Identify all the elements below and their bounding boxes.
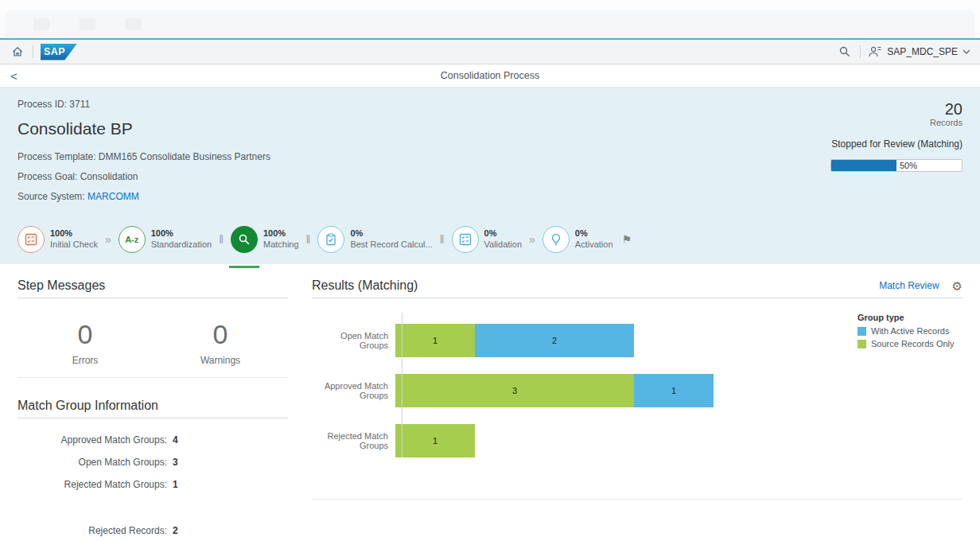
chart-bar-segment[interactable]: 2 [475,324,634,357]
source-system-link[interactable]: MARCOMM [88,191,139,202]
browser-control-button[interactable] [80,18,95,30]
status-text: Stopped for Review (Matching) [830,138,962,150]
divider [860,45,861,58]
errors-kpi: 0 Errors [18,319,153,366]
chart-bar-segment[interactable]: 1 [395,424,475,457]
step-percent: 100% [151,228,212,239]
left-column: Step Messages 0 Errors 0 Warnings Match … [18,278,288,541]
warnings-count: 0 [153,319,288,350]
chart-bar-stack: 1 [395,424,475,457]
approved-match-groups-row: Approved Match Groups: 4 [18,434,288,446]
gear-icon[interactable]: ⚙ [952,280,962,292]
step-percent: 0% [484,228,523,239]
results-header: Results (Matching) Match Review ⚙ [312,278,962,298]
source-system-line: Source System: MARCOMM [18,191,962,202]
step-activation[interactable]: 0%Activation [542,226,613,253]
magnifier-icon [231,226,258,253]
row-value: 1 [173,479,178,490]
step-separator-icon: » [529,233,535,246]
row-value: 3 [173,457,178,468]
page-title: Consolidation Process [0,70,980,81]
step-percent: 100% [50,228,98,239]
step-percent: 0% [350,228,432,239]
results-title: Results (Matching) [312,278,418,293]
step-label: Standardization [151,239,212,251]
match-review-link[interactable]: Match Review [879,280,939,291]
step-label: Validation [484,239,523,251]
main-content: Step Messages 0 Errors 0 Warnings Match … [0,264,980,541]
row-value: 2 [173,525,178,536]
legend-item[interactable]: Source Records Only [858,339,962,348]
records-count: 20 [830,100,962,118]
rejected-match-groups-row: Rejected Match Groups: 1 [18,479,288,490]
results-section: Results (Matching) Match Review ⚙ Open M… [312,278,962,541]
step-best-record-calculation[interactable]: 0%Best Record Calcul... [317,226,432,253]
step-separator-icon: ‖ [219,233,224,246]
home-icon [11,45,24,58]
progress-percent: 50% [896,160,917,171]
chart-legend: Group type With Active RecordsSource Rec… [858,313,962,352]
process-flow: 100%Initial Check » A-z 100%Standardizat… [18,226,962,253]
search-button[interactable] [837,44,853,60]
source-system-label: Source System: [18,191,85,202]
process-template: Process Template: DMM165 Consolidate Bus… [18,151,962,162]
step-separator-icon: ‖ [306,233,311,246]
chart-axis-line [402,313,402,457]
chart-row: Approved Match Groups31 [312,374,962,407]
step-label: Best Record Calcul... [350,239,432,251]
step-label: Activation [575,239,613,251]
search-icon [838,45,851,58]
legend-swatch [858,340,866,348]
warnings-kpi: 0 Warnings [153,319,288,366]
chart-bar-stack: 12 [395,324,634,357]
chart-bar-segment[interactable]: 1 [634,374,714,407]
lightbulb-icon [542,226,570,253]
step-matching[interactable]: 100%Matching [231,226,299,253]
errors-label: Errors [18,355,153,366]
clipboard-icon [317,226,344,253]
records-label: Records [830,118,962,127]
flag-icon: ⚑ [622,233,632,246]
chart-bar-stack: 31 [395,374,714,407]
step-standardization[interactable]: A-z 100%Standardization [119,226,212,253]
checklist-icon [18,226,45,253]
chart-category-label: Rejected Match Groups [312,431,395,450]
progress-bar: 50% [830,159,962,172]
matching-results-chart: Open Match Groups12Approved Match Groups… [312,298,962,500]
divider [33,45,33,58]
process-goal: Process Goal: Consolidation [18,171,962,182]
chart-bar-segment[interactable]: 3 [395,374,634,407]
sap-logo: SAP [41,44,77,60]
chart-bar-segment[interactable]: 1 [395,324,475,357]
browser-control-button[interactable] [126,18,142,30]
row-label: Rejected Records: [18,525,167,536]
header-kpi-area: 20 Records Stopped for Review (Matching)… [830,100,962,172]
row-label: Approved Match Groups: [18,434,167,446]
step-messages-title: Step Messages [18,278,288,298]
errors-count: 0 [18,319,153,350]
shell-bar: SAP SAP_MDC_SPE [0,40,980,64]
step-initial-check[interactable]: 100%Initial Check [18,226,98,253]
legend-swatch [858,327,866,336]
progress-fill [831,160,896,171]
step-separator-icon: ‖ [440,233,445,246]
browser-control-button[interactable] [33,18,49,30]
legend-item[interactable]: With Active Records [858,326,962,336]
match-group-rows: Approved Match Groups: 4 Open Match Grou… [18,418,288,536]
legend-label: Source Records Only [871,339,955,348]
checklist-icon [452,226,479,253]
user-contact-icon [868,45,882,58]
legend-title: Group type [858,313,962,322]
home-button[interactable] [10,44,25,60]
user-menu[interactable]: SAP_MDC_SPE [868,45,970,58]
match-group-info-title: Match Group Information [18,399,288,418]
chart-row: Rejected Match Groups1 [312,424,962,457]
row-value: 4 [173,434,178,446]
browser-tab-band [5,10,975,38]
a-z-icon: A-z [119,226,146,253]
page-title-bar: < Consolidation Process [0,64,980,88]
step-separator-icon: » [105,233,111,246]
step-validation[interactable]: 0%Validation [452,226,523,253]
row-label: Open Match Groups: [18,457,167,468]
process-title: Consolidate BP [18,119,962,138]
